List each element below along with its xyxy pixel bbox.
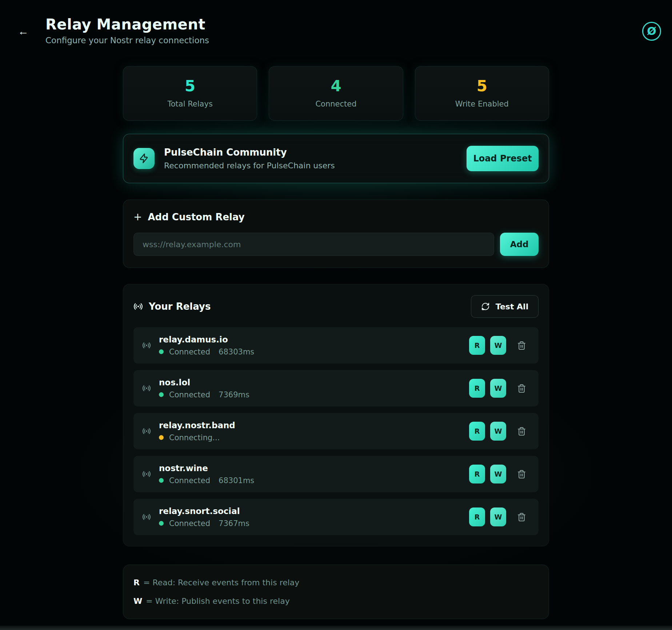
- stats-row: 5 Total Relays 4 Connected 5 Write Enabl…: [123, 66, 549, 121]
- read-toggle-button[interactable]: R: [469, 422, 485, 441]
- relay-info: relay.snort.social Connected 7367ms: [159, 506, 469, 528]
- relay-row-noslol: nos.lol Connected 7369ms R W: [133, 370, 539, 406]
- relay-latency: 7369ms: [219, 390, 249, 399]
- refresh-icon: [481, 302, 490, 311]
- delete-relay-button[interactable]: [517, 513, 526, 522]
- relay-info: relay.nostr.band Connecting...: [159, 421, 469, 442]
- broadcast-icon: [142, 470, 151, 478]
- relay-info: nos.lol Connected 7369ms: [159, 378, 469, 399]
- total-relays-label: Total Relays: [167, 100, 212, 108]
- connected-value: 4: [331, 79, 341, 94]
- your-relays-header: Your Relays Test All: [133, 295, 539, 318]
- trash-icon: [517, 427, 526, 436]
- add-heading-row: + Add Custom Relay: [133, 212, 539, 222]
- bottom-edge-strip: [0, 626, 672, 630]
- delete-relay-button[interactable]: [517, 470, 526, 479]
- status-dot: [159, 521, 164, 526]
- connected-label: Connected: [315, 100, 356, 108]
- relay-status: Connected: [169, 348, 210, 356]
- page-header: ← Relay Management Configure your Nostr …: [0, 0, 672, 45]
- relay-status: Connected: [169, 519, 210, 528]
- stat-card-write-enabled: 5 Write Enabled: [415, 66, 549, 121]
- test-all-label: Test All: [496, 302, 528, 311]
- relay-info: relay.damus.io Connected 68303ms: [159, 335, 469, 356]
- test-all-button[interactable]: Test All: [471, 295, 539, 318]
- trash-icon: [517, 513, 526, 522]
- relay-list: relay.damus.io Connected 68303ms R W: [133, 327, 539, 535]
- preset-description: Recommended relays for PulseChain users: [164, 161, 467, 170]
- broadcast-icon: [133, 302, 143, 311]
- legend-read-text: = Read: Receive events from this relay: [143, 578, 299, 587]
- legend-read-key: R: [133, 578, 140, 587]
- load-preset-button[interactable]: Load Preset: [467, 146, 539, 171]
- delete-relay-button[interactable]: [517, 384, 526, 393]
- delete-relay-button[interactable]: [517, 427, 526, 436]
- relay-row-snort: relay.snort.social Connected 7367ms R W: [133, 499, 539, 535]
- legend-read-line: R= Read: Receive events from this relay: [133, 578, 539, 587]
- total-relays-value: 5: [185, 79, 195, 94]
- read-toggle-button[interactable]: R: [469, 507, 485, 526]
- write-toggle-button[interactable]: W: [490, 422, 506, 441]
- main-content: 5 Total Relays 4 Connected 5 Write Enabl…: [123, 66, 549, 619]
- your-relays-card: Your Relays Test All relay.damus.io: [123, 284, 549, 546]
- trash-icon: [517, 470, 526, 479]
- relay-row-nostrband: relay.nostr.band Connecting... R W: [133, 413, 539, 449]
- stat-card-connected: 4 Connected: [269, 66, 403, 121]
- status-dot: [159, 435, 164, 440]
- trash-icon: [517, 384, 526, 393]
- arrow-left-icon: ←: [18, 25, 29, 37]
- relay-status: Connected: [169, 390, 210, 399]
- relay-url-input[interactable]: [133, 233, 494, 256]
- relay-info: nostr.wine Connected 68301ms: [159, 464, 469, 485]
- relay-latency: 7367ms: [219, 519, 249, 528]
- add-custom-relay-heading: Add Custom Relay: [148, 212, 244, 222]
- plus-icon: +: [133, 212, 142, 222]
- preset-title: PulseChain Community: [164, 147, 467, 158]
- trash-icon: [517, 341, 526, 350]
- legend-card: R= Read: Receive events from this relay …: [123, 565, 549, 619]
- broadcast-icon: [142, 513, 151, 521]
- legend-write-key: W: [133, 597, 142, 606]
- relay-row-nostrwine: nostr.wine Connected 68301ms R W: [133, 456, 539, 492]
- lightning-bolt-icon: [133, 148, 155, 169]
- preset-card: PulseChain Community Recommended relays …: [123, 134, 549, 183]
- relay-status: Connected: [169, 476, 210, 485]
- stat-card-total-relays: 5 Total Relays: [123, 66, 257, 121]
- write-toggle-button[interactable]: W: [490, 379, 506, 398]
- delete-relay-button[interactable]: [517, 341, 526, 350]
- app-logo-icon: Ø: [642, 22, 661, 41]
- relay-latency: 68303ms: [219, 348, 254, 356]
- write-toggle-button[interactable]: W: [490, 507, 506, 526]
- relay-latency: 68301ms: [219, 476, 254, 485]
- write-enabled-label: Write Enabled: [455, 100, 509, 108]
- relay-name: relay.damus.io: [159, 335, 469, 344]
- relay-row-damus: relay.damus.io Connected 68303ms R W: [133, 327, 539, 364]
- add-custom-relay-card: + Add Custom Relay Add: [123, 200, 549, 268]
- relay-name: relay.snort.social: [159, 506, 469, 516]
- relay-name: nostr.wine: [159, 464, 469, 473]
- page-title: Relay Management: [45, 16, 672, 33]
- write-enabled-value: 5: [477, 79, 487, 94]
- write-toggle-button[interactable]: W: [490, 336, 506, 355]
- status-dot: [159, 349, 164, 354]
- page-subtitle: Configure your Nostr relay connections: [45, 36, 672, 45]
- your-relays-heading: Your Relays: [149, 301, 211, 312]
- write-toggle-button[interactable]: W: [490, 465, 506, 483]
- add-input-row: Add: [133, 233, 539, 256]
- broadcast-icon: [142, 384, 151, 393]
- legend-write-text: = Write: Publish events to this relay: [146, 597, 289, 606]
- back-button[interactable]: ←: [16, 24, 31, 39]
- relay-name: relay.nostr.band: [159, 421, 469, 430]
- read-toggle-button[interactable]: R: [469, 379, 485, 398]
- add-relay-button[interactable]: Add: [500, 233, 539, 256]
- legend-write-line: W= Write: Publish events to this relay: [133, 597, 539, 606]
- status-dot: [159, 392, 164, 397]
- read-toggle-button[interactable]: R: [469, 465, 485, 483]
- broadcast-icon: [142, 341, 151, 350]
- read-toggle-button[interactable]: R: [469, 336, 485, 355]
- status-dot: [159, 478, 164, 483]
- title-block: Relay Management Configure your Nostr re…: [45, 16, 672, 45]
- broadcast-icon: [142, 427, 151, 436]
- logo-glyph: Ø: [647, 26, 656, 37]
- relay-status: Connecting...: [169, 433, 220, 442]
